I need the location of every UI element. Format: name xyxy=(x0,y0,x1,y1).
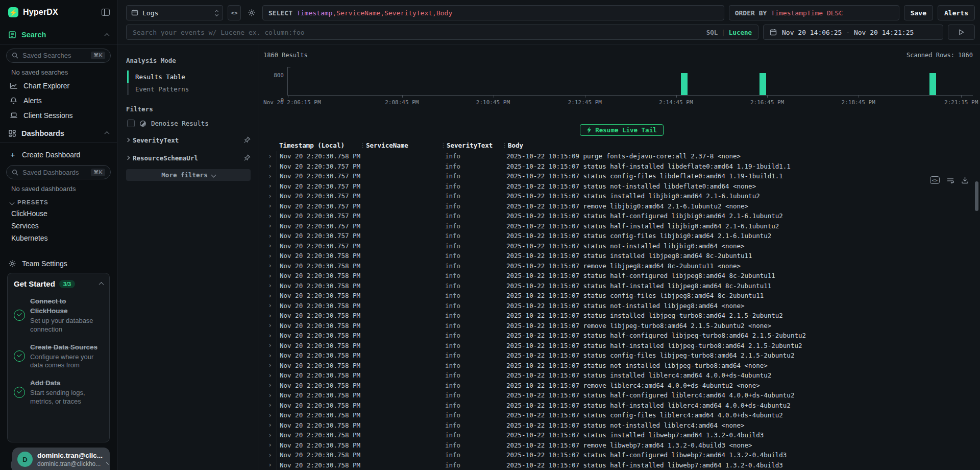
create-dashboard-button[interactable]: + Create Dashboard xyxy=(6,147,111,162)
table-row[interactable]: ›Nov 20 2:20:30.758 PMinfo2025-10-22 10:… xyxy=(263,370,980,381)
cell-body: 2025-10-22 10:15:07 status installed lib… xyxy=(505,192,980,200)
table-row[interactable]: ›Nov 20 2:20:30.758 PMinfo2025-10-22 10:… xyxy=(263,281,980,291)
run-query-button[interactable] xyxy=(948,25,975,40)
get-started-item-title: Create Data Sources xyxy=(30,343,97,351)
table-row[interactable]: ›Nov 20 2:20:30.758 PMinfo2025-10-22 10:… xyxy=(263,321,980,331)
row-expand-chevron-icon: › xyxy=(263,272,277,279)
table-row[interactable]: ›Nov 20 2:20:30.758 PMinfo2025-10-22 10:… xyxy=(263,271,980,281)
time-range-picker[interactable]: Nov 20 14:06:25 - Nov 20 14:21:25 xyxy=(763,25,943,40)
table-row[interactable]: ›Nov 20 2:20:30.757 PMinfo2025-10-22 10:… xyxy=(263,201,980,212)
lang-lucene[interactable]: Lucene xyxy=(729,29,752,36)
table-row[interactable]: ›Nov 20 2:20:30.757 PMinfo2025-10-22 10:… xyxy=(263,241,980,251)
table-row[interactable]: ›Nov 20 2:20:30.758 PMinfo2025-10-22 10:… xyxy=(263,460,980,470)
alerts-button[interactable]: Alerts xyxy=(938,5,975,20)
orderby-input[interactable]: ORDER BY TimestampTime DESC xyxy=(729,5,899,20)
cell-body: 2025-10-22 10:15:07 status config-files … xyxy=(505,232,980,240)
lang-separator: | xyxy=(721,29,725,36)
save-button[interactable]: Save xyxy=(904,5,933,20)
sidebar-item-team-settings[interactable]: Team Settings xyxy=(0,254,117,273)
sidebar-collapse-icon[interactable] xyxy=(102,9,110,16)
mode-results-table[interactable]: Results Table xyxy=(127,70,251,83)
resume-live-tail-button[interactable]: Resume Live Tail xyxy=(580,124,663,136)
table-row[interactable]: ›Nov 20 2:20:30.757 PMinfo2025-10-22 10:… xyxy=(263,211,980,221)
row-expand-chevron-icon: › xyxy=(263,412,277,419)
preset-item-clickhouse[interactable]: ClickHouse xyxy=(6,207,111,220)
table-row[interactable]: ›Nov 20 2:20:30.758 PMinfo2025-10-22 10:… xyxy=(263,450,980,460)
chart-bar[interactable] xyxy=(929,73,936,95)
mode-event-patterns[interactable]: Event Patterns xyxy=(127,83,251,95)
preset-item-kubernetes[interactable]: Kubernetes xyxy=(6,232,111,244)
table-row[interactable]: ›Nov 20 2:20:30.758 PMinfo2025-10-22 10:… xyxy=(263,311,980,321)
cell-severitytext: info xyxy=(444,461,505,469)
sidebar-item-chart-explorer[interactable]: Chart Explorer xyxy=(6,79,111,93)
cell-severitytext: info xyxy=(444,411,505,419)
saved-searches-input[interactable]: Saved Searches ⌘K xyxy=(6,49,111,63)
get-started-item[interactable]: Create Data Sources Configure where your… xyxy=(14,342,103,370)
table-row[interactable]: ›Nov 20 2:20:30.758 PMinfo2025-10-22 10:… xyxy=(263,420,980,431)
table-row[interactable]: ›Nov 20 2:20:30.757 PMinfo2025-10-22 10:… xyxy=(263,231,980,241)
table-row[interactable]: ›Nov 20 2:20:30.758 PMinfo2025-10-22 10:… xyxy=(263,361,980,371)
sidebar-item-dashboards[interactable]: Dashboards xyxy=(0,124,117,143)
code-view-button[interactable]: <> xyxy=(228,5,241,20)
table-row[interactable]: ›Nov 20 2:20:30.757 PMinfo2025-10-22 10:… xyxy=(263,191,980,201)
table-scrollbar[interactable] xyxy=(975,181,978,211)
settings-button[interactable] xyxy=(246,5,258,20)
presets-toggle[interactable]: PRESETS xyxy=(6,195,111,207)
orderby-keyword: ORDER BY xyxy=(735,9,767,17)
wrap-lines-icon[interactable] xyxy=(946,177,954,184)
chart-bar[interactable] xyxy=(760,73,766,95)
pin-icon[interactable] xyxy=(243,136,251,144)
filter-group-severitytext[interactable]: SeverityText xyxy=(126,135,251,145)
more-filters-button[interactable]: More filters xyxy=(126,169,251,181)
user-menu[interactable]: D dominic.tran@clic... dominic.tran@clic… xyxy=(12,448,110,470)
pin-icon[interactable] xyxy=(243,154,251,161)
table-row[interactable]: ›Nov 20 2:20:30.757 PMinfo2025-10-22 10:… xyxy=(263,161,980,172)
table-row[interactable]: ›Nov 20 2:20:30.758 PMinfo2025-10-22 10:… xyxy=(263,390,980,401)
table-row[interactable]: ›Nov 20 2:20:30.758 PMinfo2025-10-22 10:… xyxy=(263,151,980,161)
table-row[interactable]: ›Nov 20 2:20:30.758 PMinfo2025-10-22 10:… xyxy=(263,291,980,301)
select-field-first: Timestamp xyxy=(297,9,332,17)
chart-bar[interactable] xyxy=(681,73,688,95)
source-select[interactable]: Logs xyxy=(126,5,223,20)
cell-severitytext: info xyxy=(444,292,505,299)
get-started-item[interactable]: Add Data Start sending logs, metrics, or… xyxy=(14,378,103,406)
lang-sql[interactable]: SQL xyxy=(706,29,718,36)
filter-group-resourceschemaurl[interactable]: ResourceSchemaUrl xyxy=(126,153,251,163)
table-row[interactable]: ›Nov 20 2:20:30.758 PMinfo2025-10-22 10:… xyxy=(263,430,980,440)
table-row[interactable]: ›Nov 20 2:20:30.758 PMinfo2025-10-22 10:… xyxy=(263,440,980,451)
sidebar-item-client-sessions[interactable]: Client Sessions xyxy=(6,108,111,123)
download-icon[interactable] xyxy=(961,176,969,184)
table-row[interactable]: ›Nov 20 2:20:30.758 PMinfo2025-10-22 10:… xyxy=(263,381,980,391)
table-row[interactable]: ›Nov 20 2:20:30.758 PMinfo2025-10-22 10:… xyxy=(263,301,980,311)
sidebar-item-alerts[interactable]: Alerts xyxy=(6,93,111,108)
denoise-results-toggle[interactable]: Denoise Results xyxy=(127,120,251,127)
saved-dashboards-input[interactable]: Saved Dashboards ⌘K xyxy=(6,165,111,179)
table-row[interactable]: ›Nov 20 2:20:30.757 PMinfo2025-10-22 10:… xyxy=(263,171,980,181)
chevron-up-icon[interactable] xyxy=(99,282,104,287)
get-started-item[interactable]: Connect to ClickHouse Set up your databa… xyxy=(14,296,103,334)
table-row[interactable]: ›Nov 20 2:20:30.758 PMinfo2025-10-22 10:… xyxy=(263,341,980,351)
table-row[interactable]: ›Nov 20 2:20:30.758 PMinfo2025-10-22 10:… xyxy=(263,251,980,261)
table-row[interactable]: ›Nov 20 2:20:30.758 PMinfo2025-10-22 10:… xyxy=(263,261,980,271)
get-started-item-desc: Configure where your data comes from xyxy=(30,353,103,370)
search-icon xyxy=(12,52,18,59)
query-language-toggle[interactable]: SQL | Lucene xyxy=(706,29,752,36)
row-expand-chevron-icon: › xyxy=(263,362,277,369)
row-expand-chevron-icon: › xyxy=(263,153,277,160)
sidebar-item-search[interactable]: Search xyxy=(0,26,117,44)
inspect-columns-icon[interactable]: <> xyxy=(930,176,940,184)
chevron-up-icon[interactable] xyxy=(105,131,110,136)
table-row[interactable]: ›Nov 20 2:20:30.757 PMinfo2025-10-22 10:… xyxy=(263,221,980,231)
table-row[interactable]: ›Nov 20 2:20:30.758 PMinfo2025-10-22 10:… xyxy=(263,410,980,420)
select-clause-input[interactable]: SELECT Timestamp ,ServiceName,SeverityTe… xyxy=(262,5,724,20)
mode-label: Event Patterns xyxy=(135,85,189,93)
table-row[interactable]: ›Nov 20 2:20:30.758 PMinfo2025-10-22 10:… xyxy=(263,401,980,411)
denoise-checkbox[interactable] xyxy=(127,120,135,127)
table-row[interactable]: ›Nov 20 2:20:30.758 PMinfo2025-10-22 10:… xyxy=(263,331,980,341)
table-row[interactable]: ›Nov 20 2:20:30.758 PMinfo2025-10-22 10:… xyxy=(263,350,980,361)
preset-item-services[interactable]: Services xyxy=(6,220,111,232)
table-row[interactable]: ›Nov 20 2:20:30.757 PMinfo2025-10-22 10:… xyxy=(263,181,980,192)
chevron-up-icon[interactable] xyxy=(105,33,110,38)
search-input[interactable] xyxy=(133,29,702,36)
cell-severitytext: info xyxy=(444,391,505,399)
